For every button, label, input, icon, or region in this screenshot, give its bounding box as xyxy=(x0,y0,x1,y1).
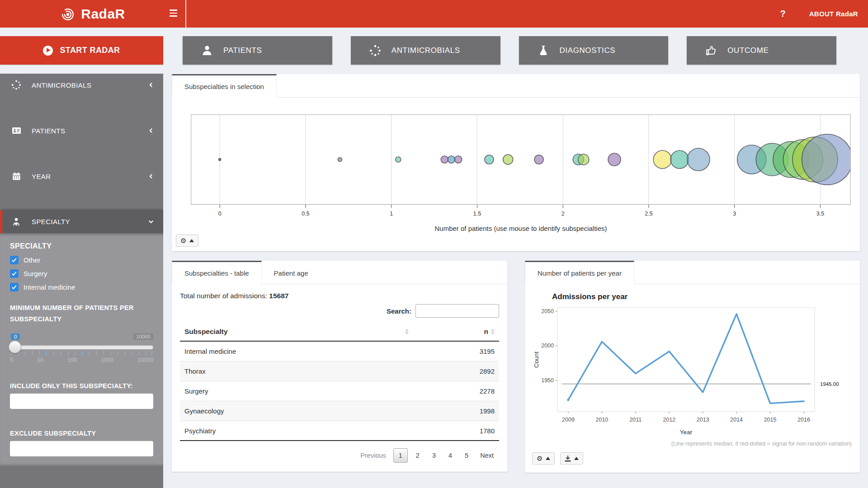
svg-text:2015: 2015 xyxy=(764,417,777,423)
patients-nav-button[interactable]: PATIENTS xyxy=(183,36,332,65)
checkbox-label: Internal medicine xyxy=(24,283,75,291)
column-header-subspecialty[interactable]: Subspecialty xyxy=(184,328,409,336)
tab-label: Number of patients per year xyxy=(538,269,622,277)
diagnostics-nav-button[interactable]: DIAGNOSTICS xyxy=(519,36,669,65)
slider-handle[interactable] xyxy=(9,341,21,353)
pagination-page-3[interactable]: 3 xyxy=(426,449,442,462)
column-header-n[interactable]: n xyxy=(409,328,495,336)
tab-patient-age[interactable]: Patient age xyxy=(262,261,321,284)
line-chart-buttons: ⚙ xyxy=(532,452,853,465)
outcome-nav-button[interactable]: OUTCOME xyxy=(687,36,836,65)
table-row[interactable]: Thorax 2892 xyxy=(180,361,499,381)
pagination-page-4[interactable]: 4 xyxy=(442,449,458,462)
line-chart-title: Admissions per year xyxy=(552,292,853,301)
pagination-page-2[interactable]: 2 xyxy=(410,449,426,462)
exclude-subspecialty-label: EXCLUDE SUBSPECIALTY xyxy=(10,430,153,437)
sidebar-item-specialty[interactable]: SPECIALTY xyxy=(0,210,163,233)
cell-subspecialty: Gynaecology xyxy=(184,407,409,415)
sidebar-item-antimicrobials[interactable]: ANTIMICROBIALS xyxy=(0,74,163,96)
patients-per-year-box: Number of patients per year Admissions p… xyxy=(525,261,860,473)
download-button[interactable] xyxy=(560,452,583,465)
pagination-page-5[interactable]: 5 xyxy=(458,449,475,462)
gear-icon: ⚙ xyxy=(180,237,186,244)
pagination-page-1[interactable]: 1 xyxy=(393,448,408,463)
app-logo: RadaR xyxy=(0,0,186,28)
table-row[interactable]: Surgery 2278 xyxy=(180,381,499,401)
slider-max-badge: 10000 xyxy=(133,333,153,340)
help-icon[interactable]: ? xyxy=(780,9,785,19)
tab-label: Patient age xyxy=(274,269,308,277)
svg-text:3.5: 3.5 xyxy=(816,211,824,217)
table-row[interactable]: Psychiatry 1780 xyxy=(180,421,499,441)
search-input[interactable] xyxy=(415,304,499,318)
sidebar-menu: ANTIMICROBIALS PATIENTS xyxy=(0,74,163,488)
microbe-dots-icon xyxy=(368,44,382,57)
main-content: PATIENTS ANTIMICROBIALS xyxy=(163,28,868,488)
about-link[interactable]: ABOUT RadaR xyxy=(809,10,858,18)
cell-n: 1998 xyxy=(409,407,495,415)
search-label: Search: xyxy=(387,307,411,315)
year-box-tab-header: Number of patients per year xyxy=(525,261,860,284)
bubble-chart[interactable]: 00.511.522.533.5 xyxy=(191,114,851,221)
person-icon xyxy=(200,44,214,57)
admissions-line-chart: 1950200020502009201020112012201320142015… xyxy=(532,302,853,438)
caret-up-icon xyxy=(546,457,550,460)
checkbox-internal-medicine[interactable]: Internal medicine xyxy=(10,283,153,291)
bubble-settings-button[interactable]: ⚙ xyxy=(176,235,198,247)
tab-label: Subspecialties in selection xyxy=(184,83,264,90)
tab-subspecialties-in-selection[interactable]: Subspecialties in selection xyxy=(172,74,277,98)
svg-text:2013: 2013 xyxy=(697,417,709,423)
table-body: Total number of admissions: 15687 Search… xyxy=(172,284,507,472)
svg-text:2009: 2009 xyxy=(562,417,575,423)
download-icon xyxy=(565,455,571,462)
slider-track[interactable] xyxy=(10,345,153,349)
slider-label: MINIMUM NUMBER OF PATIENTS PER SUBSPECIA… xyxy=(10,302,153,325)
chevron-left-icon xyxy=(148,127,154,134)
bubble-x-axis-label: Number of patients (use mouse to identif… xyxy=(191,225,851,232)
slider-tick-label: 10 xyxy=(37,357,43,363)
slider-tick-label: 100 xyxy=(67,357,77,363)
sort-icon xyxy=(405,329,409,334)
hamburger-icon[interactable] xyxy=(170,9,177,17)
sidebar-item-label: ANTIMICROBIALS xyxy=(32,81,138,89)
id-card-icon xyxy=(10,125,22,136)
sidebar-item-patients[interactable]: PATIENTS xyxy=(0,119,163,142)
slider-tick-label: 1000 xyxy=(101,357,113,363)
min-patients-slider: 0 10000 0 10 100 1000 10000 xyxy=(10,339,153,366)
svg-text:3: 3 xyxy=(733,211,736,217)
exclude-subspecialty-input[interactable] xyxy=(10,441,153,456)
table-row[interactable]: Gynaecology 1998 xyxy=(180,401,499,421)
sidebar-item-label: PATIENTS xyxy=(32,127,138,135)
chevron-left-icon xyxy=(148,173,154,179)
bubble-chart-body: 00.511.522.533.5 Number of patients (use… xyxy=(172,98,860,251)
specialty-filter-panel: SPECIALTY Other Surgery Internal medicin… xyxy=(0,233,163,466)
subspecialties-table-box: Subspecialties - table Patient age Total… xyxy=(172,261,507,472)
sidebar-item-year[interactable]: YEAR xyxy=(0,165,163,188)
table-row[interactable]: Internal medicine 3195 xyxy=(180,342,499,361)
antimicrobials-nav-button[interactable]: ANTIMICROBIALS xyxy=(351,36,500,65)
radar-logo-icon xyxy=(60,6,75,22)
pagination-previous[interactable]: Previous xyxy=(355,449,391,462)
checkbox-label: Other xyxy=(24,256,41,264)
line-settings-button[interactable]: ⚙ xyxy=(532,452,555,465)
svg-text:2014: 2014 xyxy=(730,417,743,423)
pagination-next[interactable]: Next xyxy=(475,449,499,462)
bottom-row: Subspecialties - table Patient age Total… xyxy=(172,261,860,473)
total-admissions-label: Total number of admissions: xyxy=(180,292,267,300)
column-label: n xyxy=(484,328,488,336)
svg-text:1.5: 1.5 xyxy=(473,211,481,217)
svg-text:0.5: 0.5 xyxy=(302,211,309,217)
svg-text:2000: 2000 xyxy=(541,343,554,349)
slider-tick-labels: 0 10 100 1000 10000 xyxy=(10,357,153,363)
include-subspecialty-input[interactable] xyxy=(10,394,153,409)
tab-number-of-patients-per-year[interactable]: Number of patients per year xyxy=(525,261,634,284)
nav-button-row: PATIENTS ANTIMICROBIALS xyxy=(183,36,836,65)
cell-n: 3195 xyxy=(409,347,495,355)
tab-subspecialties-table[interactable]: Subspecialties - table xyxy=(172,261,262,284)
cell-subspecialty: Thorax xyxy=(184,367,409,375)
pagination: Previous 1 2 3 4 5 Next xyxy=(180,448,499,463)
svg-text:2050: 2050 xyxy=(541,308,554,314)
checkbox-other[interactable]: Other xyxy=(10,256,153,264)
checkbox-surgery[interactable]: Surgery xyxy=(10,269,153,278)
start-radar-button[interactable]: START RADAR xyxy=(0,36,163,65)
